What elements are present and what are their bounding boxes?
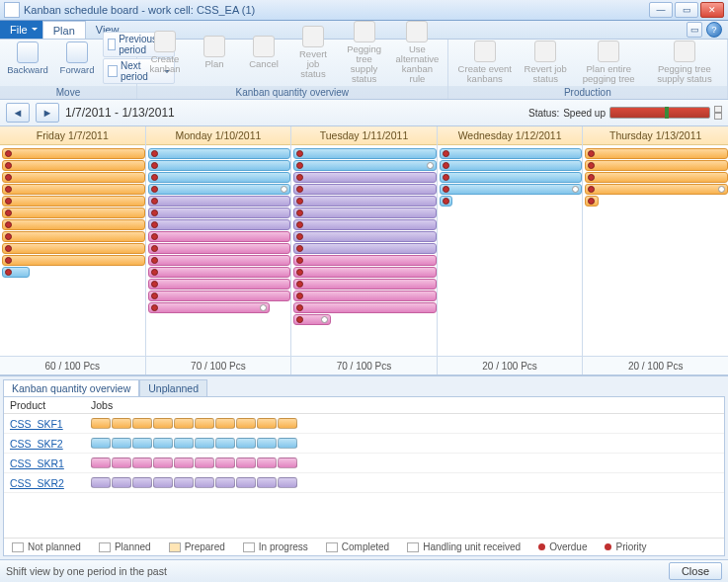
revert-job-status-button[interactable]: Revert job status bbox=[289, 26, 337, 79]
job-chip[interactable] bbox=[91, 438, 111, 449]
kanban-bar[interactable] bbox=[2, 267, 30, 278]
job-chip[interactable] bbox=[278, 438, 297, 449]
kanban-bar[interactable] bbox=[2, 243, 145, 254]
job-chip[interactable] bbox=[174, 438, 194, 449]
job-chip[interactable] bbox=[112, 477, 131, 488]
kanban-bar[interactable] bbox=[148, 231, 291, 242]
kanban-bar[interactable] bbox=[2, 184, 145, 195]
kanban-bar[interactable] bbox=[148, 160, 291, 171]
job-chip[interactable] bbox=[132, 457, 152, 468]
job-chip[interactable] bbox=[174, 418, 194, 429]
product-link[interactable]: CSS_SKR1 bbox=[10, 457, 64, 469]
kanban-bar[interactable] bbox=[148, 172, 291, 183]
job-chip[interactable] bbox=[174, 457, 194, 468]
job-chip[interactable] bbox=[215, 477, 235, 488]
job-chip[interactable] bbox=[215, 457, 235, 468]
kanban-bar[interactable] bbox=[293, 243, 437, 254]
kanban-bar[interactable] bbox=[585, 148, 728, 159]
kanban-bar[interactable] bbox=[293, 302, 437, 313]
backward-button[interactable]: Backward bbox=[4, 42, 51, 75]
job-chip[interactable] bbox=[257, 438, 277, 449]
window-frame-icon[interactable]: ▭ bbox=[687, 22, 702, 38]
kanban-bar[interactable] bbox=[293, 172, 437, 183]
nav-prev-button[interactable]: ◄ bbox=[6, 103, 30, 123]
kanban-bar[interactable] bbox=[293, 184, 437, 195]
kanban-bar[interactable] bbox=[148, 255, 291, 266]
kanban-bar[interactable] bbox=[585, 172, 728, 183]
create-kanban-button[interactable]: Create kanban bbox=[141, 31, 189, 74]
job-chip[interactable] bbox=[132, 418, 152, 429]
job-chip[interactable] bbox=[132, 477, 152, 488]
job-chip[interactable] bbox=[215, 418, 235, 429]
job-chip[interactable] bbox=[153, 477, 173, 488]
job-chip[interactable] bbox=[215, 438, 235, 449]
kanban-bar[interactable] bbox=[2, 231, 145, 242]
alt-kanban-rule-button[interactable]: Use alternative kanban rule bbox=[391, 21, 444, 84]
help-icon[interactable]: ? bbox=[706, 22, 722, 38]
kanban-bar[interactable] bbox=[293, 314, 331, 325]
kanban-bar[interactable] bbox=[2, 196, 145, 207]
job-chip[interactable] bbox=[257, 418, 277, 429]
kanban-bar[interactable] bbox=[440, 196, 452, 207]
kanban-bar[interactable] bbox=[148, 279, 291, 290]
kanban-bar[interactable] bbox=[293, 291, 437, 301]
job-chip[interactable] bbox=[278, 418, 297, 429]
job-chip[interactable] bbox=[195, 477, 214, 488]
plan-pegging-tree-button[interactable]: Plan entire pegging tree bbox=[574, 41, 644, 84]
kanban-bar[interactable] bbox=[148, 302, 270, 313]
job-chip[interactable] bbox=[91, 477, 111, 488]
kanban-bar[interactable] bbox=[148, 267, 291, 278]
kanban-bar[interactable] bbox=[293, 196, 437, 207]
kanban-bar[interactable] bbox=[440, 184, 583, 195]
cancel-button[interactable]: Cancel bbox=[240, 36, 287, 69]
kanban-bar[interactable] bbox=[2, 148, 145, 159]
kanban-bar[interactable] bbox=[148, 196, 291, 207]
product-link[interactable]: CSS_SKR2 bbox=[10, 477, 64, 489]
job-chip[interactable] bbox=[236, 477, 256, 488]
kanban-bar[interactable] bbox=[440, 148, 583, 159]
kanban-bar[interactable] bbox=[148, 243, 291, 254]
kanban-bar[interactable] bbox=[148, 208, 291, 218]
kanban-bar[interactable] bbox=[2, 160, 145, 171]
maximize-button[interactable]: ▭ bbox=[675, 2, 698, 18]
status-spinner[interactable] bbox=[714, 106, 722, 120]
job-chip[interactable] bbox=[236, 418, 256, 429]
nav-next-button[interactable]: ► bbox=[36, 103, 59, 123]
kanban-bar[interactable] bbox=[293, 255, 437, 266]
kanban-bar[interactable] bbox=[2, 255, 145, 266]
job-chip[interactable] bbox=[112, 418, 131, 429]
job-chip[interactable] bbox=[236, 438, 256, 449]
job-chip[interactable] bbox=[112, 457, 131, 468]
job-chip[interactable] bbox=[278, 457, 297, 468]
forward-button[interactable]: Forward bbox=[53, 42, 101, 75]
kanban-bar[interactable] bbox=[293, 219, 437, 230]
kanban-bar[interactable] bbox=[293, 160, 437, 171]
kanban-bar[interactable] bbox=[293, 267, 437, 278]
kanban-bar[interactable] bbox=[2, 219, 145, 230]
job-chip[interactable] bbox=[91, 457, 111, 468]
kanban-bar[interactable] bbox=[148, 148, 291, 159]
tab-kanban-overview[interactable]: Kanban quantity overview bbox=[3, 379, 139, 396]
minimize-button[interactable]: — bbox=[649, 2, 673, 18]
product-link[interactable]: CSS_SKF2 bbox=[10, 438, 63, 450]
job-chip[interactable] bbox=[153, 457, 173, 468]
job-chip[interactable] bbox=[153, 438, 173, 449]
create-event-kanbans-button[interactable]: Create event kanbans bbox=[452, 41, 518, 84]
job-chip[interactable] bbox=[91, 418, 111, 429]
kanban-bar[interactable] bbox=[585, 196, 598, 207]
job-chip[interactable] bbox=[153, 418, 173, 429]
job-chip[interactable] bbox=[132, 438, 152, 449]
job-chip[interactable] bbox=[195, 418, 214, 429]
kanban-bar[interactable] bbox=[293, 208, 437, 218]
kanban-bar[interactable] bbox=[148, 291, 291, 301]
kanban-bar[interactable] bbox=[293, 279, 437, 290]
kanban-bar[interactable] bbox=[148, 184, 291, 195]
kanban-bar[interactable] bbox=[440, 172, 583, 183]
prod-revert-job-button[interactable]: Revert job status bbox=[520, 41, 572, 84]
job-chip[interactable] bbox=[174, 477, 194, 488]
tab-unplanned[interactable]: Unplanned bbox=[139, 379, 207, 396]
menu-file[interactable]: File bbox=[0, 21, 42, 39]
kanban-bar[interactable] bbox=[293, 148, 437, 159]
kanban-bar[interactable] bbox=[2, 208, 145, 218]
job-chip[interactable] bbox=[257, 477, 277, 488]
